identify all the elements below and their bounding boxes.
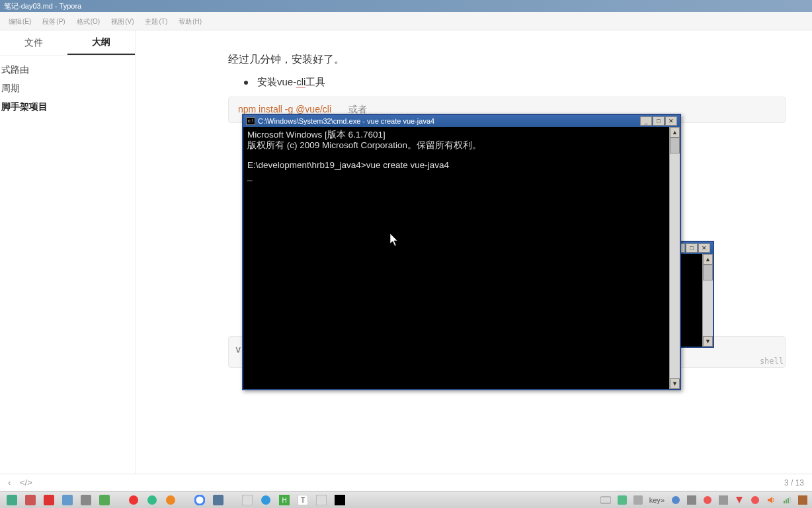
close-button[interactable]: ✕ — [665, 116, 677, 126]
svg-rect-1 — [25, 495, 36, 505]
svg-rect-30 — [790, 497, 791, 503]
svg-rect-4 — [81, 495, 91, 505]
cmd-body[interactable]: Microsoft Windows [版本 6.1.7601] 版权所有 (c)… — [243, 127, 680, 389]
tray-icon[interactable] — [616, 495, 629, 505]
cmd-line: 版权所有 (c) 2009 Microsoft Corporation。保留所有… — [247, 140, 676, 151]
outline-item[interactable]: 脚手架项目 — [0, 98, 135, 116]
menu-help[interactable]: 帮助(H) — [173, 15, 207, 28]
svg-point-24 — [704, 496, 711, 504]
window-title-bar: 笔记-day03.md - Typora — [0, 0, 812, 12]
svg-rect-11 — [242, 495, 253, 505]
close-button[interactable]: ✕ — [698, 243, 710, 253]
taskbar-app-icon[interactable] — [41, 493, 57, 507]
menu-edit[interactable]: 编辑(E) — [3, 15, 36, 28]
svg-rect-20 — [618, 495, 627, 505]
svg-rect-0 — [7, 495, 17, 505]
editor-footer: ‹ </> 3 / 13 — [0, 474, 812, 491]
tray-key-label[interactable]: key » — [647, 496, 667, 504]
cmd-window: c:\ C:\Windows\System32\cmd.exe - vue cr… — [242, 114, 681, 390]
cmd-line: Microsoft Windows [版本 6.1.7601] — [247, 130, 676, 140]
taskbar-app-icon[interactable] — [210, 493, 226, 507]
tray-icon[interactable] — [717, 495, 730, 505]
svg-rect-3 — [62, 495, 73, 505]
svg-text:T: T — [301, 497, 305, 504]
taskbar-app-icon[interactable] — [60, 493, 75, 507]
taskbar-app-icon[interactable] — [258, 493, 274, 507]
taskbar-app-icon[interactable] — [313, 493, 329, 507]
taskbar-app-icon[interactable] — [4, 493, 20, 507]
cmd-scrollbar[interactable]: ▲ ▼ — [669, 127, 680, 389]
menu-paragraph[interactable]: 段落(P) — [36, 15, 70, 28]
tray-icon[interactable] — [749, 495, 762, 505]
tab-files[interactable]: 文件 — [0, 30, 67, 55]
list-text: 安装vue-cli工具 — [257, 76, 325, 89]
taskbar-app-icon[interactable] — [126, 493, 142, 507]
svg-rect-17 — [316, 495, 327, 505]
taskbar-app-icon[interactable] — [192, 493, 208, 507]
maximize-button[interactable]: □ — [653, 116, 665, 126]
tray-icon[interactable] — [669, 495, 682, 505]
svg-point-12 — [261, 495, 270, 505]
source-code-toggle[interactable]: </> — [20, 478, 32, 487]
svg-rect-29 — [788, 498, 789, 503]
tray-icon[interactable] — [685, 495, 698, 505]
scroll-down-button[interactable]: ▼ — [703, 336, 713, 347]
svg-point-26 — [751, 496, 759, 504]
svg-point-9 — [195, 495, 204, 505]
cmd-scrollbar[interactable]: ▲ ▼ — [702, 254, 713, 347]
code-command: npm install -g @vue/cli — [238, 104, 331, 114]
paragraph: 经过几分钟，安装好了。 — [228, 53, 786, 67]
tray-icon[interactable] — [701, 495, 714, 505]
taskbar-app-icon[interactable] — [163, 493, 179, 507]
menu-theme[interactable]: 主题(T) — [139, 15, 173, 28]
taskbar-app-icon[interactable] — [239, 493, 255, 507]
tray-icon[interactable] — [733, 495, 746, 505]
tray-volume-icon[interactable] — [764, 495, 778, 505]
taskbar-app-icon[interactable] — [144, 493, 160, 507]
footer-position: 3 / 13 — [784, 478, 804, 487]
scroll-thumb[interactable] — [703, 265, 713, 280]
code-text: v — [235, 344, 241, 355]
tray-network-icon[interactable] — [780, 495, 793, 505]
system-tray: key » — [598, 495, 809, 505]
tray-icon[interactable] — [796, 495, 809, 505]
tray-icon[interactable] — [598, 495, 613, 505]
svg-rect-2 — [44, 495, 54, 505]
outline-item[interactable]: 周期 — [0, 79, 135, 98]
cmd-icon: c:\ — [246, 117, 255, 125]
scroll-down-button[interactable]: ▼ — [670, 378, 680, 389]
sidebar: 文件 大纲 式路由 周期 脚手架项目 — [0, 30, 136, 474]
tray-icon[interactable] — [631, 495, 645, 505]
svg-rect-18 — [335, 495, 345, 505]
menu-format[interactable]: 格式(O) — [71, 15, 105, 28]
svg-rect-19 — [600, 497, 611, 503]
outline-item[interactable]: 式路由 — [0, 61, 135, 79]
taskbar-app-icon[interactable]: H — [276, 493, 292, 507]
svg-rect-23 — [687, 495, 696, 505]
svg-rect-21 — [633, 495, 643, 505]
svg-rect-27 — [784, 501, 785, 503]
svg-rect-31 — [798, 495, 807, 505]
taskbar-app-icon[interactable] — [332, 493, 348, 507]
taskbar-app-icon[interactable]: T — [295, 493, 311, 507]
svg-rect-10 — [213, 495, 223, 505]
cmd-title-bar[interactable]: c:\ C:\Windows\System32\cmd.exe - vue cr… — [243, 115, 680, 127]
taskbar: H T key » — [0, 491, 812, 508]
taskbar-app-icon[interactable] — [97, 493, 112, 507]
cmd-line: E:\development\hrb19_java4>vue create vu… — [247, 160, 676, 171]
svg-text:H: H — [282, 497, 286, 504]
taskbar-app-icon[interactable] — [22, 493, 38, 507]
maximize-button[interactable]: □ — [686, 243, 698, 253]
svg-rect-5 — [99, 495, 110, 505]
menu-view[interactable]: 视图(V) — [105, 15, 139, 28]
scroll-thumb[interactable] — [670, 138, 680, 153]
menu-bar: 编辑(E) 段落(P) 格式(O) 视图(V) 主题(T) 帮助(H) — [0, 12, 812, 30]
code-lang-label: shell — [760, 357, 784, 366]
svg-point-6 — [129, 495, 138, 505]
scroll-up-button[interactable]: ▲ — [670, 127, 680, 138]
tab-outline[interactable]: 大纲 — [67, 30, 135, 55]
back-button[interactable]: ‹ — [8, 478, 11, 487]
minimize-button[interactable]: _ — [640, 116, 652, 126]
scroll-up-button[interactable]: ▲ — [703, 254, 713, 265]
taskbar-app-icon[interactable] — [78, 493, 94, 507]
